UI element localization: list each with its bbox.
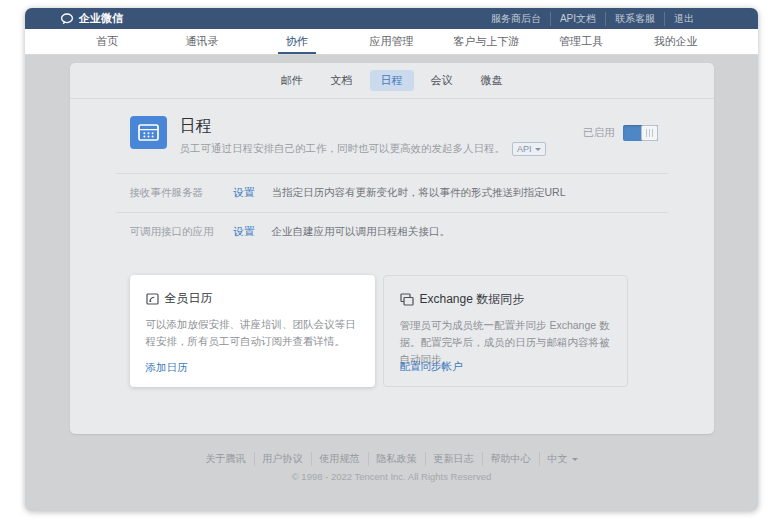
card-description: 可以添加放假安排、讲座培训、团队会议等日程安排，所有员工可自动订阅并查看详情。 [146, 316, 359, 350]
status-label: 已启用 [583, 126, 615, 140]
setting-row-event-server: 接收事件服务器 设置 当指定日历内容有更新变化时，将以事件的形式推送到指定URL [70, 174, 714, 211]
tab-mail[interactable]: 邮件 [270, 70, 314, 91]
setting-label: 可调用接口的应用 [130, 225, 234, 239]
brand-home-link[interactable]: 企业微信 [60, 11, 123, 26]
topbar-link-provider-console[interactable]: 服务商后台 [482, 12, 550, 26]
event-server-settings-link[interactable]: 设置 [234, 186, 255, 200]
app-description: 员工可通过日程安排自己的工作，同时也可以更高效的发起多人日程。 [180, 142, 506, 156]
chevron-down-icon [572, 458, 578, 461]
footer-link-changelog[interactable]: 更新日志 [425, 452, 482, 466]
tab-drive[interactable]: 微盘 [470, 70, 514, 91]
footer-link-about[interactable]: 关于腾讯 [198, 452, 254, 466]
toggle-knob [641, 125, 658, 141]
configure-sync-account-link[interactable]: 配置同步帐户 [400, 360, 463, 374]
exchange-sync-card: Exchange 数据同步 管理员可为成员统一配置并同步 Exchange 数据… [383, 275, 628, 387]
card-title-row: 全员日历 [146, 290, 359, 307]
enable-toggle[interactable] [623, 125, 658, 141]
nav-collaboration[interactable]: 协作 [249, 29, 344, 54]
chevron-down-icon [535, 148, 541, 151]
topbar-links: 服务商后台 API文档 联系客服 退出 [482, 12, 703, 26]
nav-customers[interactable]: 客户与上下游 [439, 29, 534, 54]
feature-cards: 全员日历 可以添加放假安排、讲座培训、团队会议等日程安排，所有员工可自动订阅并查… [70, 250, 714, 387]
api-dropdown-button[interactable]: API [512, 142, 546, 156]
exchange-sync-icon [400, 293, 414, 306]
all-staff-calendar-icon [146, 292, 159, 305]
nav-app-management[interactable]: 应用管理 [344, 29, 439, 54]
wechat-work-logo-icon [60, 13, 74, 25]
app-subtitle-row: 员工可通过日程安排自己的工作，同时也可以更高效的发起多人日程。 API [180, 142, 546, 156]
nav-contacts[interactable]: 通讯录 [155, 29, 250, 54]
topbar-link-api-docs[interactable]: API文档 [550, 12, 605, 26]
page-title: 日程 [180, 116, 546, 137]
language-label: 中文 [548, 452, 568, 466]
tab-docs[interactable]: 文档 [320, 70, 364, 91]
topbar-link-logout[interactable]: 退出 [664, 12, 703, 26]
topbar: 企业微信 服务商后台 API文档 联系客服 退出 [25, 8, 758, 29]
footer-links: 关于腾讯 用户协议 使用规范 隐私政策 更新日志 帮助中心 中文 [198, 452, 586, 466]
copyright: © 1998 - 2022 Tencent Inc. All Rights Re… [25, 471, 758, 482]
card-title: Exchange 数据同步 [420, 291, 525, 308]
calendar-settings-panel: 邮件 文档 日程 会议 微盘 [70, 63, 714, 434]
desktop-background: 企业微信 服务商后台 API文档 联系客服 退出 首页 通讯录 协作 应用管理 … [0, 0, 784, 524]
app-header: 日程 员工可通过日程安排自己的工作，同时也可以更高效的发起多人日程。 API 已… [70, 99, 714, 156]
nav-my-company[interactable]: 我的企业 [628, 29, 723, 54]
setting-row-api-apps: 可调用接口的应用 设置 企业自建应用可以调用日程相关接口。 [70, 213, 714, 250]
tab-calendar[interactable]: 日程 [370, 70, 414, 91]
footer-link-privacy[interactable]: 隐私政策 [368, 452, 425, 466]
feature-tabs: 邮件 文档 日程 会议 微盘 [70, 63, 714, 99]
setting-description: 当指定日历内容有更新变化时，将以事件的形式推送到指定URL [272, 186, 566, 200]
topbar-link-contact-support[interactable]: 联系客服 [605, 12, 664, 26]
main-nav: 首页 通讯录 协作 应用管理 客户与上下游 管理工具 我的企业 [25, 29, 758, 55]
tab-meeting[interactable]: 会议 [420, 70, 464, 91]
page-body: 邮件 文档 日程 会议 微盘 [25, 63, 758, 511]
language-selector[interactable]: 中文 [539, 452, 586, 466]
footer: 关于腾讯 用户协议 使用规范 隐私政策 更新日志 帮助中心 中文 © 1998 … [25, 448, 758, 482]
setting-label: 接收事件服务器 [130, 186, 234, 200]
card-title: 全员日历 [165, 290, 213, 307]
brand-name: 企业微信 [79, 11, 123, 26]
api-badge-label: API [517, 144, 532, 154]
enable-status: 已启用 [583, 125, 658, 141]
all-staff-calendar-card: 全员日历 可以添加放假安排、讲座培训、团队会议等日程安排，所有员工可自动订阅并查… [130, 275, 375, 387]
app-meta: 日程 员工可通过日程安排自己的工作，同时也可以更高效的发起多人日程。 API [180, 116, 546, 156]
setting-description: 企业自建应用可以调用日程相关接口。 [272, 225, 451, 239]
api-apps-settings-link[interactable]: 设置 [234, 225, 255, 239]
footer-link-user-agreement[interactable]: 用户协议 [254, 452, 311, 466]
footer-link-usage-policy[interactable]: 使用规范 [311, 452, 368, 466]
calendar-app-icon [130, 116, 167, 149]
add-calendar-link[interactable]: 添加日历 [146, 361, 188, 375]
card-title-row: Exchange 数据同步 [400, 291, 611, 308]
admin-console-window: 企业微信 服务商后台 API文档 联系客服 退出 首页 通讯录 协作 应用管理 … [25, 8, 758, 511]
nav-admin-tools[interactable]: 管理工具 [534, 29, 629, 54]
nav-home[interactable]: 首页 [60, 29, 155, 54]
footer-link-help-center[interactable]: 帮助中心 [482, 452, 539, 466]
